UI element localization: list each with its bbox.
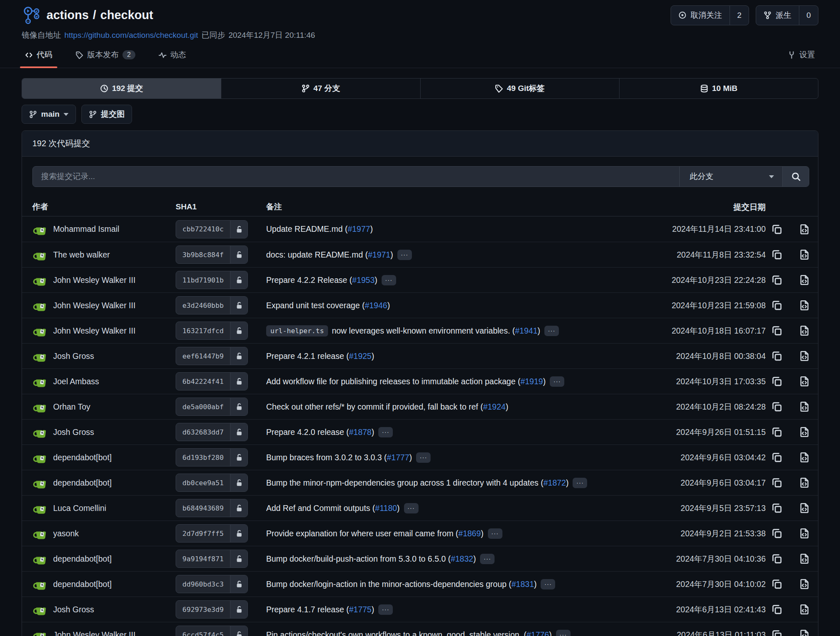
copy-sha-button[interactable] [771, 579, 782, 589]
tab-releases[interactable]: 版本发布 2 [72, 49, 139, 68]
copy-sha-button[interactable] [771, 351, 782, 361]
pr-link[interactable]: #1831 [512, 580, 534, 589]
avatar[interactable] [32, 374, 47, 389]
avatar[interactable] [32, 501, 47, 516]
commit-sha-button[interactable]: eef61447b9 [176, 347, 248, 365]
org-link[interactable]: actions [47, 8, 89, 22]
pr-link[interactable]: #1977 [348, 224, 370, 234]
copy-sha-button[interactable] [771, 401, 782, 412]
forks-count[interactable]: 0 [799, 6, 818, 25]
commit-author[interactable]: Joel Ambass [53, 377, 99, 386]
branch-selector[interactable]: main [22, 105, 76, 124]
copy-sha-button[interactable] [771, 452, 782, 463]
avatar[interactable] [32, 602, 47, 617]
stat-branches[interactable]: 47 分支 [221, 79, 420, 98]
pr-link[interactable]: #1775 [349, 605, 371, 614]
avatar[interactable] [32, 273, 47, 287]
expand-commit-message-button[interactable]: ··· [378, 427, 393, 437]
commit-sha-button[interactable]: 9a9194f871 [176, 550, 248, 568]
expand-commit-message-button[interactable]: ··· [382, 275, 396, 285]
commit-sha-button[interactable]: b684943689 [176, 499, 248, 517]
commit-author[interactable]: dependabot[bot] [53, 453, 112, 462]
commit-sha-button[interactable]: d632683dd7 [176, 423, 248, 441]
mirror-url-link[interactable]: https://github.com/actions/checkout.git [64, 31, 198, 40]
browse-source-button[interactable] [799, 325, 810, 336]
avatar[interactable] [32, 222, 47, 237]
pr-link[interactable]: #1971 [368, 250, 390, 260]
watchers-count[interactable]: 2 [730, 6, 749, 25]
expand-commit-message-button[interactable]: ··· [544, 326, 559, 336]
tab-activity[interactable]: 动态 [155, 49, 189, 68]
pr-link[interactable]: #1925 [349, 351, 371, 361]
copy-sha-button[interactable] [771, 275, 782, 285]
avatar[interactable] [32, 577, 47, 592]
commit-sha-button[interactable]: 2d7d9f7ff5 [176, 524, 248, 543]
pr-link[interactable]: #1869 [458, 529, 481, 538]
commit-author[interactable]: dependabot[bot] [53, 580, 112, 589]
commit-author[interactable]: John Wesley Walker III [53, 630, 135, 636]
browse-source-button[interactable] [799, 477, 810, 488]
browse-source-button[interactable] [799, 452, 810, 463]
commit-author[interactable]: Josh Gross [53, 605, 94, 614]
browse-source-button[interactable] [799, 401, 810, 412]
commit-author[interactable]: Josh Gross [53, 351, 94, 361]
search-commits-input[interactable] [33, 167, 679, 187]
copy-sha-button[interactable] [771, 224, 782, 235]
expand-commit-message-button[interactable]: ··· [488, 528, 502, 539]
browse-source-button[interactable] [799, 427, 810, 437]
copy-sha-button[interactable] [771, 249, 782, 260]
commit-sha-button[interactable]: cbb722410c [176, 220, 248, 238]
pr-link[interactable]: #1777 [387, 453, 409, 462]
expand-commit-message-button[interactable]: ··· [416, 452, 431, 463]
pr-link[interactable]: #1878 [349, 427, 371, 437]
browse-source-button[interactable] [799, 579, 810, 589]
fork-button[interactable]: 派生 [756, 6, 799, 25]
browse-source-button[interactable] [799, 629, 810, 636]
commit-author[interactable]: dependabot[bot] [53, 554, 112, 564]
pr-link[interactable]: #1919 [520, 377, 543, 386]
copy-sha-button[interactable] [771, 604, 782, 615]
commit-author[interactable]: Josh Gross [53, 427, 94, 437]
browse-source-button[interactable] [799, 249, 810, 260]
browse-source-button[interactable] [799, 351, 810, 361]
commit-sha-button[interactable]: 163217dfcd [176, 322, 248, 340]
avatar[interactable] [32, 323, 47, 338]
stat-size[interactable]: 10 MiB [619, 79, 818, 98]
avatar[interactable] [32, 475, 47, 490]
browse-source-button[interactable] [799, 528, 810, 539]
avatar[interactable] [32, 425, 47, 440]
stat-tags[interactable]: 49 Git标签 [420, 79, 619, 98]
expand-commit-message-button[interactable]: ··· [550, 376, 564, 387]
browse-source-button[interactable] [799, 224, 810, 235]
browse-source-button[interactable] [799, 275, 810, 285]
commit-sha-button[interactable]: 6b42224f41 [176, 372, 248, 390]
copy-sha-button[interactable] [771, 503, 782, 513]
pr-link[interactable]: #1941 [515, 326, 537, 336]
copy-sha-button[interactable] [771, 629, 782, 636]
browse-source-button[interactable] [799, 604, 810, 615]
commit-author[interactable]: yasonk [53, 529, 79, 538]
commit-sha-button[interactable]: de5a000abf [176, 398, 248, 416]
avatar[interactable] [32, 526, 47, 541]
browse-source-button[interactable] [799, 300, 810, 311]
copy-sha-button[interactable] [771, 553, 782, 564]
copy-sha-button[interactable] [771, 477, 782, 488]
expand-commit-message-button[interactable]: ··· [404, 503, 419, 513]
copy-sha-button[interactable] [771, 528, 782, 539]
expand-commit-message-button[interactable]: ··· [573, 478, 587, 488]
commit-sha-button[interactable]: 692973e3d9 [176, 600, 248, 619]
search-submit-button[interactable] [782, 167, 809, 187]
avatar[interactable] [32, 247, 47, 262]
browse-source-button[interactable] [799, 376, 810, 387]
expand-commit-message-button[interactable]: ··· [378, 604, 393, 615]
pr-link[interactable]: #1953 [352, 275, 375, 285]
copy-sha-button[interactable] [771, 427, 782, 437]
pr-link[interactable]: #1872 [544, 478, 566, 488]
commit-sha-button[interactable]: e3d2460bbb [176, 296, 248, 314]
avatar[interactable] [32, 450, 47, 465]
copy-sha-button[interactable] [771, 325, 782, 336]
copy-sha-button[interactable] [771, 300, 782, 311]
avatar[interactable] [32, 627, 47, 636]
avatar[interactable] [32, 399, 47, 414]
expand-commit-message-button[interactable]: ··· [480, 554, 495, 564]
